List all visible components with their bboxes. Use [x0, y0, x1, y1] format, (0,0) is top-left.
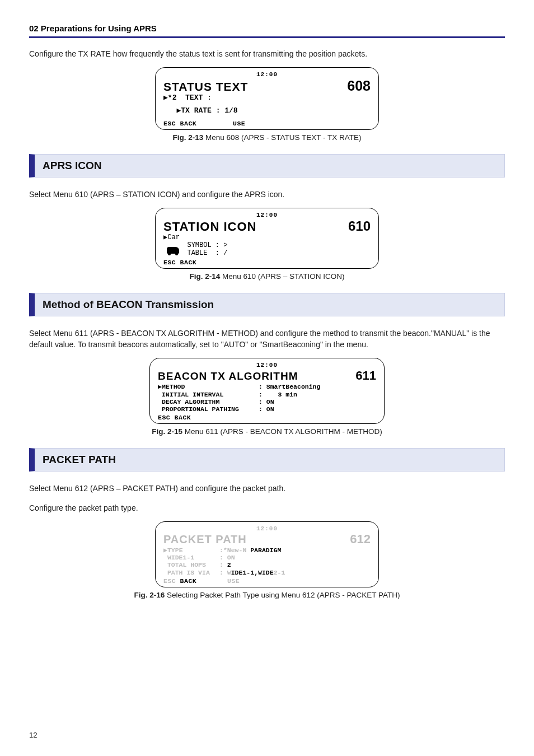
- lcd-symbol-table: SYMBOL : > TABLE : /: [187, 242, 227, 258]
- section-bar-aprs-icon: APRS ICON: [29, 154, 505, 178]
- lcd-softkeys: ESC BACK USE: [163, 577, 371, 585]
- lcd-title: PACKET PATH: [163, 533, 247, 546]
- page-header: 02 Preparations for Using APRS: [29, 24, 505, 38]
- lcd-softkeys: ESC BACK USE: [163, 120, 371, 127]
- intro-text-612b: Configure the packet path type.: [29, 502, 505, 514]
- softkey-esc: ESC BACK: [158, 414, 191, 421]
- caption-bold: Fig. 2-13: [173, 133, 204, 142]
- caption-text: Selecting Packet Path Type using Menu 61…: [165, 591, 400, 599]
- lcd-menu-number: 611: [355, 368, 376, 383]
- lcd-row: PROPORTIONAL PATHING: ON: [158, 405, 376, 413]
- lcd-softkeys: ESC BACK: [163, 259, 371, 266]
- lcd-clock: 12:00: [158, 362, 376, 368]
- figure-caption-610: Fig. 2-14 Menu 610 (APRS – STATION ICON): [29, 272, 505, 281]
- lcd-menu-number: 608: [347, 78, 371, 94]
- section-title: Method of BEACON Transmission: [43, 298, 214, 310]
- lcd-line: ▶Car: [163, 234, 371, 242]
- intro-text-610: Select Menu 610 (APRS – STATION ICON) an…: [29, 189, 505, 200]
- section-bar-packet-path: PACKET PATH: [29, 448, 505, 472]
- caption-text: Menu 608 (APRS - STATUS TEXT - TX RATE): [203, 133, 361, 142]
- softkey-esc-ghost: ESC: [163, 577, 180, 585]
- lcd-title: STATION ICON: [163, 220, 256, 234]
- lcd-row: ▶TYPE:*New-N PARADIGM: [163, 547, 371, 554]
- figure-caption-612: Fig. 2-16 Selecting Packet Path Type usi…: [29, 591, 505, 599]
- lcd-row: TOTAL HOPS : 2: [163, 561, 371, 568]
- lcd-screen-611: 12:00 BEACON TX ALGORITHM 611 ▶METHOD: S…: [149, 358, 385, 424]
- caption-bold: Fig. 2-14: [189, 272, 220, 281]
- lcd-row: PATH IS VIA: WIDE1-1,WIDE2-1: [163, 569, 371, 576]
- lcd-row: ▶METHOD: SmartBeaconing: [158, 383, 376, 390]
- page-number: 12: [29, 731, 37, 739]
- softkey-esc: ESC BACK: [163, 120, 196, 127]
- lcd-row: INITIAL INTERVAL: 3 min: [158, 391, 376, 398]
- caption-bold: Fig. 2-15: [152, 427, 182, 436]
- intro-text-611: Select Menu 611 (APRS - BEACON TX ALGORI…: [29, 328, 505, 351]
- lcd-clock: 12:00: [163, 525, 371, 532]
- lcd-row: WIDE1-1: ON: [163, 554, 371, 561]
- intro-text-612a: Select Menu 612 (APRS – PACKET PATH) and…: [29, 483, 505, 494]
- lcd-softkeys: ESC BACK: [158, 414, 376, 421]
- caption-text: Menu 610 (APRS – STATION ICON): [220, 272, 344, 281]
- lcd-line: ▶TX RATE : 1/8: [163, 107, 371, 115]
- softkey-esc: ESC BACK: [163, 259, 196, 266]
- lcd-screen-612: 12:00 PACKET PATH 612 ▶TYPE:*New-N PARAD…: [155, 521, 379, 587]
- lcd-line: ▶*2 TEXT :: [163, 94, 371, 102]
- lcd-screen-610: 12:00 STATION ICON 610 ▶Car SYMBOL : > T…: [155, 208, 379, 268]
- lcd-title: BEACON TX ALGORITHM: [158, 370, 298, 382]
- section-title: APRS ICON: [43, 160, 102, 171]
- section-title: PACKET PATH: [43, 454, 116, 465]
- figure-caption-608: Fig. 2-13 Menu 608 (APRS - STATUS TEXT -…: [29, 133, 505, 142]
- lcd-menu-number: 612: [350, 532, 371, 547]
- section-bar-beacon: Method of BEACON Transmission: [29, 293, 505, 316]
- lcd-clock: 12:00: [163, 71, 371, 78]
- car-icon: [167, 247, 179, 254]
- lcd-row: DECAY ALGORITHM: ON: [158, 398, 376, 405]
- softkey-use: USE: [233, 120, 245, 127]
- lcd-clock: 12:00: [163, 212, 371, 218]
- figure-caption-611: Fig. 2-15 Menu 611 (APRS - BEACON TX ALG…: [29, 427, 505, 436]
- lcd-title: STATUS TEXT: [163, 80, 248, 94]
- lcd-screen-608: 12:00 STATUS TEXT 608 ▶*2 TEXT : ▶TX RAT…: [155, 67, 379, 130]
- caption-text: Menu 611 (APRS - BEACON TX ALGORITHM - M…: [182, 427, 382, 436]
- lcd-menu-number: 610: [348, 218, 371, 234]
- caption-bold: Fig. 2-16: [134, 591, 165, 599]
- intro-text-608: Configure the TX RATE how frequently the…: [29, 48, 505, 59]
